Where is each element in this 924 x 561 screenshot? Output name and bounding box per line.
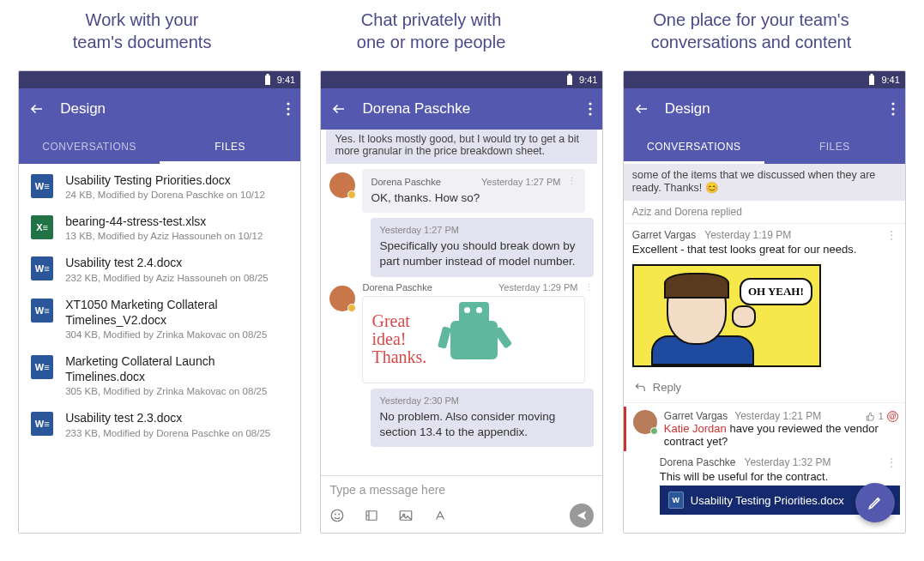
channel-title: Design bbox=[665, 100, 891, 118]
status-time: 9:41 bbox=[579, 75, 597, 85]
back-button[interactable] bbox=[634, 101, 649, 117]
gif-icon[interactable] bbox=[364, 508, 379, 523]
file-name: XT1050 Marketing Collateral Timelines_V2… bbox=[65, 297, 288, 328]
tabs: CONVERSATIONS FILES bbox=[624, 130, 905, 164]
file-name: Marketing Collateral Launch Timelines.do… bbox=[65, 353, 288, 384]
phone-conversations: 9:41 Design CONVERSATIONS FILES some of … bbox=[623, 70, 906, 534]
svg-point-4 bbox=[287, 112, 290, 115]
chat-title: Dorena Paschke bbox=[362, 100, 589, 118]
file-row[interactable]: W≡XT1050 Marketing Collateral Timelines_… bbox=[19, 288, 300, 345]
app-bar: Design bbox=[19, 88, 300, 130]
word-icon: W≡ bbox=[31, 174, 53, 198]
svg-point-9 bbox=[589, 112, 592, 115]
emoji-icon[interactable] bbox=[329, 508, 345, 523]
svg-point-20 bbox=[891, 112, 894, 115]
captions-row: Work with your team's documents Chat pri… bbox=[0, 0, 924, 70]
file-name: bearing-44-stress-test.xlsx bbox=[65, 214, 288, 229]
file-row[interactable]: W≡Usability Testing Priorities.docx24 KB… bbox=[19, 164, 300, 205]
more-button[interactable] bbox=[589, 102, 592, 116]
reply-more-icon[interactable]: ⋮ bbox=[886, 456, 897, 468]
outgoing-message[interactable]: Yesterday 2:30 PMNo problem. Also consid… bbox=[326, 389, 597, 447]
reply-time: Yesterday 1:32 PM bbox=[745, 456, 831, 468]
file-row[interactable]: W≡Usability test 2.4.docx232 KB, Modifie… bbox=[19, 246, 300, 287]
outgoing-message[interactable]: Yesterday 1:27 PMSpecifically you should… bbox=[326, 218, 597, 276]
replies-summary[interactable]: Aziz and Dorena replied bbox=[624, 201, 905, 224]
svg-rect-5 bbox=[567, 75, 572, 85]
battery-icon bbox=[565, 74, 574, 86]
compose-input[interactable]: Type a message here bbox=[329, 483, 594, 497]
file-name: Usability test 2.3.docx bbox=[65, 410, 288, 425]
word-icon: W≡ bbox=[31, 256, 53, 280]
incoming-message[interactable]: Dorena PaschkeYesterday 1:27 PM⋮OK, than… bbox=[326, 169, 597, 213]
thread-post[interactable]: Garret Vargas Yesterday 1:21 PM 1 @ Kati… bbox=[624, 407, 905, 451]
tab-files[interactable]: FILES bbox=[764, 130, 905, 164]
reply-text: This will be useful for the contract. bbox=[660, 470, 897, 483]
thread-reply[interactable]: Dorena PaschkeYesterday 1:32 PM⋮ This wi… bbox=[624, 451, 905, 486]
sticker: Greatidea!Thanks. bbox=[362, 296, 585, 383]
svg-point-12 bbox=[339, 514, 340, 515]
svg-point-19 bbox=[891, 107, 894, 110]
excel-icon: X≡ bbox=[31, 215, 53, 239]
tab-conversations-label: CONVERSATIONS bbox=[42, 141, 136, 153]
svg-point-8 bbox=[589, 107, 592, 110]
file-name: Usability test 2.4.docx bbox=[65, 255, 288, 270]
more-button[interactable] bbox=[287, 102, 290, 116]
meme-image: OH YEAH! bbox=[632, 264, 821, 367]
more-button[interactable] bbox=[891, 102, 895, 116]
image-icon[interactable] bbox=[398, 508, 414, 523]
phone-files: 9:41 Design CONVERSATIONS FILES W≡Usabil… bbox=[18, 70, 301, 534]
incoming-message[interactable]: Dorena PaschkeYesterday 1:29 PM⋮Greatide… bbox=[326, 282, 597, 383]
back-button[interactable] bbox=[331, 101, 347, 117]
svg-rect-6 bbox=[569, 74, 571, 75]
tab-conversations[interactable]: CONVERSATIONS bbox=[624, 130, 764, 164]
svg-rect-17 bbox=[871, 74, 873, 75]
post-more-icon[interactable]: ⋮ bbox=[886, 229, 897, 241]
mention-badge: @ bbox=[887, 411, 898, 422]
send-button[interactable] bbox=[570, 504, 594, 528]
battery-icon bbox=[263, 74, 272, 86]
tab-conversations-label: CONVERSATIONS bbox=[647, 141, 741, 153]
file-row[interactable]: W≡Usability test 2.3.docx233 KB, Modifie… bbox=[19, 401, 300, 443]
files-list[interactable]: W≡Usability Testing Priorities.docx24 KB… bbox=[19, 164, 300, 533]
word-icon: W bbox=[668, 492, 684, 509]
file-meta: 232 KB, Modified by Aziz Hassouneh on 08… bbox=[65, 273, 288, 283]
channel-title: Design bbox=[60, 100, 287, 118]
reply-button[interactable]: Reply bbox=[624, 372, 905, 403]
post[interactable]: Garret VargasYesterday 1:19 PM⋮ Excellen… bbox=[624, 224, 905, 259]
previous-message-fragment: some of the items that we discussed when… bbox=[624, 164, 905, 201]
thread-author: Garret Vargas bbox=[664, 410, 728, 422]
tab-conversations[interactable]: CONVERSATIONS bbox=[19, 130, 160, 164]
file-meta: 24 KB, Modified by Dorena Paschke on 10/… bbox=[65, 190, 288, 200]
svg-point-18 bbox=[891, 102, 894, 105]
status-time: 9:41 bbox=[277, 75, 295, 85]
caption-3: One place for your team's conversations … bbox=[651, 9, 852, 53]
tab-files[interactable]: FILES bbox=[160, 130, 300, 164]
post-time: Yesterday 1:19 PM bbox=[704, 229, 791, 241]
file-meta: 305 KB, Modified by Zrinka Makovac on 08… bbox=[65, 386, 288, 396]
compose-fab[interactable] bbox=[855, 483, 895, 522]
compose-bar: Type a message here bbox=[321, 475, 602, 533]
back-button[interactable] bbox=[29, 101, 45, 117]
file-row[interactable]: X≡bearing-44-stress-test.xlsx13 KB, Modi… bbox=[19, 205, 300, 246]
file-row[interactable]: W≡Marketing Collateral Launch Timelines.… bbox=[19, 345, 300, 401]
avatar bbox=[633, 410, 657, 434]
mention[interactable]: Katie Jordan bbox=[664, 422, 727, 435]
caption-1: Work with your team's documents bbox=[73, 9, 212, 53]
format-icon[interactable] bbox=[432, 508, 448, 523]
svg-point-11 bbox=[335, 514, 336, 515]
reactions[interactable]: 1 @ bbox=[866, 411, 898, 422]
post-text: Excellent - that test looks great for ou… bbox=[632, 243, 897, 256]
file-meta: 233 KB, Modified by Dorena Paschke on 08… bbox=[65, 428, 288, 438]
tabs: CONVERSATIONS FILES bbox=[19, 130, 300, 164]
word-icon: W≡ bbox=[31, 412, 53, 436]
chat-body[interactable]: Yes. It looks mostly good, but I would t… bbox=[321, 130, 602, 475]
caption-2: Chat privately with one or more people bbox=[357, 9, 505, 53]
app-bar: Design bbox=[624, 88, 905, 130]
post-author: Garret Vargas bbox=[632, 229, 696, 241]
status-bar: 9:41 bbox=[321, 71, 602, 88]
thread-time: Yesterday 1:21 PM bbox=[734, 410, 821, 422]
phone-chat: 9:41 Dorena Paschke Yes. It looks mostly… bbox=[320, 70, 603, 534]
conversation-feed[interactable]: some of the items that we discussed when… bbox=[624, 164, 905, 533]
svg-point-2 bbox=[287, 102, 290, 105]
battery-icon bbox=[867, 74, 876, 86]
